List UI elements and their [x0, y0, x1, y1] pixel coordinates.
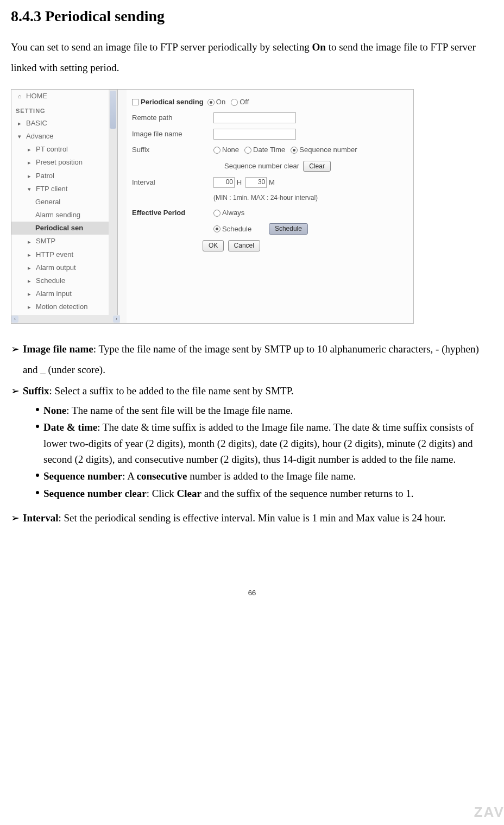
desc-suffix-text: : Select a suffix to be added to the fil… — [49, 385, 294, 396]
sidebar-home[interactable]: ⌂ HOME — [11, 90, 117, 103]
sidebar-basic-label: BASIC — [26, 118, 47, 128]
sidebar-item-http-event[interactable]: ▸HTTP event — [11, 248, 117, 261]
sidebar-item-motion-detection[interactable]: ▸Motion detection — [11, 300, 117, 313]
description-block: ➢ Image file name: Type the file name of… — [11, 339, 493, 528]
scrollbar-thumb[interactable] — [110, 91, 116, 129]
settings-content: Periodical sending On Off Remote path Im… — [127, 90, 413, 324]
desc-sn-post: number is added to the Image file name. — [187, 470, 356, 482]
interval-minutes-input[interactable]: 30 — [245, 177, 267, 188]
radio-dot-on-icon — [213, 225, 220, 232]
sidebar-item-label: Preset position — [36, 158, 83, 167]
sidebar: ⌂ HOME SETTING ▸ BASIC ▾ Advance ▸PT con… — [11, 90, 118, 317]
radio-schedule-label: Schedule — [222, 224, 251, 234]
sidebar-item-alarm-input[interactable]: ▸Alarm input — [11, 287, 117, 300]
sidebar-item-smtp[interactable]: ▸SMTP — [11, 235, 117, 248]
page-icon: ▸ — [26, 238, 33, 245]
label-suffix: Suffix — [132, 145, 213, 155]
desc-dt-text: : The date & time suffix is added to the… — [43, 421, 474, 465]
sub-bullet-list: None: The name of the sent file will be … — [11, 402, 493, 502]
image-file-name-input[interactable] — [213, 129, 296, 140]
sidebar-item-alarm-output[interactable]: ▸Alarm output — [11, 261, 117, 274]
folder-open-icon: ▾ — [26, 185, 33, 193]
label-sequence-clear: Sequence number clear — [224, 161, 299, 171]
bullet-icon: ➢ — [11, 508, 23, 528]
sidebar-advance[interactable]: ▾ Advance — [11, 130, 117, 143]
intro-paragraph: You can set to send an image file to FTP… — [11, 37, 493, 78]
sidebar-item-label: Motion detection — [36, 302, 87, 312]
desc-none-text: : The name of the sent file will be the … — [66, 405, 293, 416]
radio-on-label: On — [216, 97, 225, 107]
radio-dot-icon — [231, 99, 238, 106]
sidebar-item-preset-position[interactable]: ▸Preset position — [11, 156, 117, 169]
sidebar-item-schedule[interactable]: ▸Schedule — [11, 274, 117, 287]
vertical-scrollbar[interactable] — [109, 90, 117, 317]
radio-schedule[interactable]: Schedule — [213, 224, 251, 234]
desc-snc-post: and the suffix of the sequence number re… — [201, 488, 414, 499]
sidebar-section-setting: SETTING — [11, 103, 117, 116]
radio-on[interactable]: On — [207, 97, 225, 107]
radio-suffix-none[interactable]: None — [213, 145, 239, 155]
radio-suffix-datetime[interactable]: Date Time — [244, 145, 285, 155]
sidebar-item-ftp-client[interactable]: ▾FTP client — [11, 182, 117, 196]
radio-off-label: Off — [240, 97, 249, 107]
sidebar-item-label: HTTP event — [36, 250, 73, 260]
label-interval: Interval — [132, 178, 213, 187]
desc-sn-bold: consecutive — [137, 470, 187, 482]
page-icon: ▸ — [26, 159, 33, 166]
desc-snc-pre: : Click — [147, 488, 177, 499]
checkbox-icon[interactable] — [132, 99, 138, 105]
cancel-button[interactable]: Cancel — [228, 240, 260, 251]
bullet-icon: ➢ — [11, 339, 23, 380]
interval-note: (MIN : 1min. MAX : 24-hour interval) — [213, 193, 318, 203]
desc-none-lead: None — [43, 405, 66, 416]
desc-snc-bold: Clear — [177, 488, 201, 499]
section-heading: 8.4.3 Periodical sending — [11, 5, 493, 27]
sidebar-item-general[interactable]: General — [11, 196, 117, 209]
radio-always-label: Always — [222, 208, 244, 218]
page-icon: ▸ — [26, 146, 33, 153]
radio-off[interactable]: Off — [231, 97, 249, 107]
radio-dot-icon — [213, 210, 220, 217]
radio-none-label: None — [222, 145, 239, 155]
sidebar-item-periodical-sending[interactable]: Periodical sen — [11, 222, 117, 235]
ok-button[interactable]: OK — [203, 240, 224, 251]
sidebar-basic[interactable]: ▸ BASIC — [11, 117, 117, 130]
sidebar-item-label: Patrol — [36, 171, 54, 181]
desc-sn-pre: : A — [122, 470, 136, 482]
radio-always[interactable]: Always — [213, 208, 244, 218]
remote-path-input[interactable] — [213, 112, 296, 123]
sidebar-item-label: Alarm input — [36, 289, 72, 299]
radio-dot-on-icon — [207, 99, 215, 106]
sidebar-item-label: Alarm sending — [35, 210, 80, 220]
bullet-suffix: ➢ Suffix: Select a suffix to be added to… — [11, 383, 493, 399]
sidebar-item-pt-control[interactable]: ▸PT control — [11, 143, 117, 156]
bullet-icon: ➢ — [11, 383, 23, 399]
sidebar-item-label: Schedule — [36, 276, 65, 286]
sidebar-item-patrol[interactable]: ▸Patrol — [11, 169, 117, 182]
settings-screenshot: ⌂ HOME SETTING ▸ BASIC ▾ Advance ▸PT con… — [11, 89, 414, 324]
page-icon: ▸ — [16, 119, 23, 127]
scroll-right-icon[interactable]: › — [113, 316, 120, 323]
page-icon: ▸ — [26, 277, 33, 285]
sidebar-item-label: General — [35, 197, 60, 207]
desc-int-lead: Interval — [23, 512, 58, 524]
sidebar-item-label: Periodical sen — [35, 223, 83, 233]
desc-snc-lead: Sequence number clear — [43, 488, 147, 499]
clear-button[interactable]: Clear — [303, 161, 331, 172]
horizontal-scrollbar[interactable]: ‹ › — [11, 315, 120, 323]
subbullet-sequence-number: Sequence number: A consecutive number is… — [36, 468, 493, 484]
radio-datetime-label: Date Time — [253, 145, 285, 155]
page-number: 66 — [11, 588, 493, 598]
sidebar-item-label: SMTP — [36, 236, 55, 246]
sidebar-item-alarm-sending[interactable]: Alarm sending — [11, 209, 117, 222]
intro-text-pre: You can set to send an image file to FTP… — [11, 41, 312, 53]
schedule-button[interactable]: Schedule — [269, 223, 308, 235]
section-title: Periodical sending — [141, 97, 204, 107]
scroll-left-icon[interactable]: ‹ — [11, 316, 18, 323]
sidebar-item-label: PT control — [36, 144, 68, 154]
subbullet-none: None: The name of the sent file will be … — [36, 402, 493, 418]
sidebar-item-label: Alarm output — [36, 263, 76, 273]
desc-ifn-lead: Image file name — [23, 343, 93, 355]
radio-suffix-sequence[interactable]: Sequence number — [291, 145, 357, 155]
interval-hours-input[interactable]: 00 — [213, 177, 235, 188]
